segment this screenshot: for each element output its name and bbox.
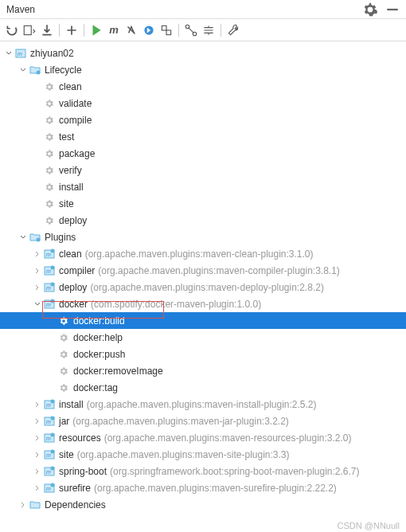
svg-text:m: m [46, 268, 51, 274]
skip-tests-icon[interactable] [124, 23, 139, 37]
plugin-icon: m [43, 298, 56, 311]
plugin-coord: (org.apache.maven.plugins:maven-surefire… [94, 483, 337, 494]
chevron-icon[interactable] [32, 268, 43, 274]
plugin-icon: m [43, 482, 56, 495]
goal-label: docker:build [73, 315, 125, 327]
download-icon[interactable] [40, 23, 54, 37]
chevron-icon[interactable] [32, 284, 43, 291]
plugin-icon: m [43, 398, 56, 411]
gear-icon [57, 365, 70, 377]
svg-point-9 [37, 70, 41, 74]
collapse-all-icon[interactable] [201, 23, 216, 37]
svg-point-31 [51, 432, 55, 436]
plugin-node[interactable]: msurefire(org.apache.maven.plugins:maven… [0, 479, 406, 496]
plugin-coord: (org.apache.maven.plugins:maven-install-… [87, 399, 317, 410]
lifecycle-goal[interactable]: install [0, 178, 406, 195]
gear-icon [43, 131, 56, 143]
svg-rect-1 [24, 25, 31, 34]
wrench-icon[interactable] [226, 23, 240, 37]
plugin-goal[interactable]: docker:removeImage [0, 362, 406, 379]
gear-icon [43, 80, 56, 93]
chevron-down-icon[interactable] [18, 67, 29, 73]
lifecycle-goal[interactable]: verify [0, 162, 406, 178]
plugin-node[interactable]: mdeploy(org.apache.maven.plugins:maven-d… [0, 279, 406, 295]
plugin-coord: (org.springframework.boot:spring-boot-ma… [110, 466, 359, 477]
svg-text:m: m [46, 436, 51, 441]
lifecycle-goal[interactable]: site [0, 195, 406, 212]
gear-icon [57, 348, 70, 361]
lifecycle-goal[interactable]: test [0, 128, 406, 145]
svg-text:m: m [18, 51, 22, 57]
chevron-right-icon[interactable] [18, 502, 29, 508]
chevron-icon[interactable] [32, 301, 43, 307]
lifecycle-goal[interactable]: deploy [0, 212, 406, 229]
plugin-label: clean [59, 248, 82, 260]
plugin-goal[interactable]: docker:tag [0, 379, 406, 396]
svg-text:m: m [46, 452, 51, 458]
svg-point-13 [51, 248, 55, 252]
goal-label: test [59, 131, 74, 143]
chevron-icon[interactable] [32, 251, 43, 257]
plugin-label: install [59, 399, 84, 410]
plugin-node[interactable]: msite(org.apache.maven.plugins:maven-sit… [0, 446, 406, 463]
lifecycle-goal[interactable]: validate [0, 95, 406, 111]
folder-icon [29, 64, 41, 76]
gear-icon [43, 198, 56, 210]
goal-label: validate [59, 98, 92, 109]
chevron-icon[interactable] [32, 468, 43, 475]
chevron-down-icon[interactable] [3, 50, 14, 57]
lifecycle-node[interactable]: Lifecycle [0, 61, 406, 78]
plugin-node[interactable]: mspring-boot(org.springframework.boot:sp… [0, 463, 406, 479]
plugin-icon: m [43, 281, 56, 294]
reload-icon[interactable] [5, 23, 19, 37]
toolbar: m [0, 19, 406, 41]
gear-icon [43, 164, 56, 177]
plugin-goal[interactable]: docker:help [0, 329, 406, 346]
svg-text:m: m [46, 486, 51, 491]
lifecycle-goal[interactable]: package [0, 145, 406, 162]
svg-point-37 [51, 466, 55, 470]
goal-label: docker:push [73, 349, 125, 360]
minimize-icon[interactable] [385, 2, 400, 17]
m-icon[interactable]: m [107, 23, 121, 37]
generate-sources-icon[interactable] [22, 23, 37, 37]
project-node[interactable]: m zhiyuan02 [0, 45, 406, 61]
plugin-icon: m [43, 264, 56, 277]
plugin-node[interactable]: mdocker(com.spotify:docker-maven-plugin:… [0, 295, 406, 312]
plugin-label: resources [59, 432, 101, 444]
run-icon[interactable] [89, 23, 103, 37]
chevron-icon[interactable] [32, 401, 43, 408]
plugin-label: surefire [59, 483, 91, 494]
offline-icon[interactable] [142, 23, 156, 37]
lifecycle-goal[interactable]: clean [0, 78, 406, 95]
chevron-down-icon[interactable] [18, 234, 29, 241]
goal-label: docker:removeImage [73, 366, 163, 377]
plugin-icon: m [43, 448, 56, 461]
gear-icon [43, 214, 56, 227]
toggle-icon[interactable] [159, 23, 174, 37]
plugin-goal[interactable]: docker:push [0, 346, 406, 362]
dependencies-node[interactable]: Dependencies [0, 496, 406, 513]
gear-icon [43, 97, 56, 110]
plugin-label: spring-boot [59, 466, 107, 477]
chevron-icon[interactable] [32, 418, 43, 424]
add-icon[interactable] [64, 23, 79, 37]
titlebar-controls [363, 2, 400, 17]
plugin-label: compiler [59, 265, 95, 276]
chevron-icon[interactable] [32, 452, 43, 458]
show-dependencies-icon[interactable] [184, 23, 198, 37]
plugin-node[interactable]: minstall(org.apache.maven.plugins:maven-… [0, 396, 406, 413]
plugin-node[interactable]: mresources(org.apache.maven.plugins:mave… [0, 429, 406, 446]
goal-label: clean [59, 81, 82, 92]
gear-icon [43, 147, 56, 160]
chevron-icon[interactable] [32, 435, 43, 441]
plugin-node[interactable]: mcompiler(org.apache.maven.plugins:maven… [0, 262, 406, 279]
plugin-node[interactable]: mclean(org.apache.maven.plugins:maven-cl… [0, 245, 406, 262]
plugins-node[interactable]: Plugins [0, 229, 406, 245]
svg-rect-0 [387, 8, 398, 10]
plugin-node[interactable]: mjar(org.apache.maven.plugins:maven-jar-… [0, 413, 406, 429]
plugin-goal[interactable]: docker:build [0, 312, 406, 329]
chevron-icon[interactable] [32, 485, 43, 491]
lifecycle-goal[interactable]: compile [0, 111, 406, 128]
gear-icon[interactable] [363, 2, 377, 17]
